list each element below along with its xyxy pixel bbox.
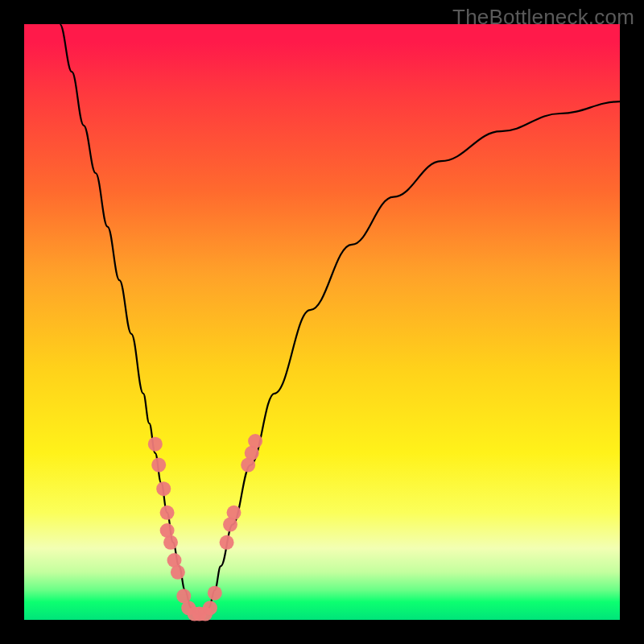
data-marker (227, 506, 242, 520)
data-marker (148, 437, 163, 452)
watermark-text: TheBottleneck.com (452, 5, 634, 30)
data-marker (151, 458, 166, 473)
data-marker (208, 586, 222, 601)
data-marker (160, 506, 175, 520)
data-marker (248, 434, 262, 448)
bottleneck-curve (60, 24, 620, 614)
data-marker (163, 535, 178, 550)
marker-group (148, 434, 262, 621)
plot-area (24, 24, 620, 620)
chart-svg (24, 24, 620, 620)
chart-canvas: TheBottleneck.com (0, 0, 644, 644)
data-marker (171, 565, 185, 580)
data-marker (203, 601, 217, 615)
data-marker (156, 481, 171, 496)
data-marker (220, 535, 234, 550)
